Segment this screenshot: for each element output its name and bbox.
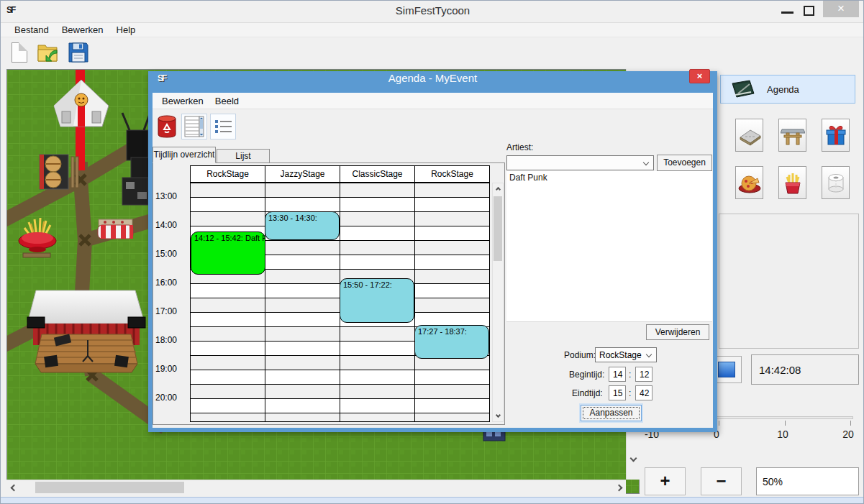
list-view-button[interactable]	[210, 114, 236, 139]
new-file-icon	[12, 42, 27, 63]
save-file-button[interactable]	[66, 40, 91, 65]
artist-combo-value	[507, 158, 510, 168]
dialog-menu-bewerken[interactable]: Bewerken	[156, 94, 209, 108]
hour-label: 18:00	[155, 335, 177, 345]
window-title: SimFestTycoon	[1, 4, 864, 17]
end-minute-field[interactable]: 42	[635, 385, 652, 400]
hour-label: 15:00	[155, 249, 177, 259]
schedule-grid[interactable]: 13:30 - 14:30:14:12 - 15:42: Daft Punk15…	[190, 183, 490, 422]
schedule-event[interactable]: 15:50 - 17:22:	[340, 278, 414, 322]
tab-list-overview[interactable]: Lijst overzicht	[217, 149, 270, 163]
save-file-icon	[68, 42, 89, 63]
hour-label: 13:00	[155, 191, 177, 201]
slider-label: 10	[768, 429, 797, 440]
artist-listbox[interactable]: Daft Punk	[506, 171, 712, 322]
hour-label: 19:00	[155, 364, 177, 374]
grid-scroll-up-button[interactable]	[493, 184, 503, 195]
slider-tick	[850, 421, 851, 426]
game-clock: 14:42:08	[751, 354, 859, 385]
apply-button[interactable]: Aanpassen	[581, 405, 642, 421]
map-scroll-left-button[interactable]	[8, 482, 19, 493]
build-fries-button[interactable]	[778, 166, 806, 199]
zoom-in-button[interactable]: +	[645, 467, 686, 495]
map-scroll-down-button[interactable]	[627, 452, 640, 464]
toilet-paper-icon	[824, 170, 848, 195]
hour-label: 20:00	[155, 393, 177, 403]
dialog-menu-beeld[interactable]: Beeld	[209, 94, 245, 108]
grid-scrollbar[interactable]	[492, 183, 504, 422]
titlebar: SF SimFestTycoon ×	[1, 1, 864, 22]
grid-scroll-down-button[interactable]	[493, 410, 503, 421]
dialog-title: Agenda - MyEvent	[153, 72, 713, 84]
schedule-event[interactable]: 14:12 - 15:42: Daft Punk	[191, 232, 265, 275]
window-bottom-edge	[1, 497, 864, 504]
time-gutter: 13:0014:0015:0016:0017:0018:0019:0020:00	[155, 183, 190, 422]
menu-help[interactable]: Help	[110, 23, 142, 37]
app-window: SF SimFestTycoon × BestandBewerkenHelp	[0, 0, 864, 504]
zoom-out-button[interactable]: −	[701, 467, 742, 495]
map-hscroll-thumb[interactable]	[35, 482, 184, 493]
slider-label: 20	[834, 429, 863, 440]
end-hour-field[interactable]: 15	[609, 385, 626, 400]
begin-minute-field[interactable]: 12	[635, 367, 652, 382]
close-button[interactable]: ×	[823, 1, 859, 17]
schedule-event[interactable]: 13:30 - 14:30:	[265, 211, 340, 240]
list-view-icon	[213, 117, 233, 136]
play-icon	[718, 362, 735, 377]
new-file-button[interactable]	[7, 40, 32, 65]
slider-tick	[719, 421, 719, 426]
podium-combobox[interactable]: RockStage	[595, 347, 657, 362]
stage-column-header: JazzyStage	[265, 166, 340, 182]
podium-combo-value: RockStage	[599, 350, 642, 360]
stage-column-header: ClassicStage	[340, 166, 414, 182]
timeline-view-button[interactable]	[181, 114, 207, 139]
open-file-button[interactable]	[36, 40, 60, 65]
map-horizontal-scrollbar[interactable]	[6, 480, 626, 494]
tab-timeline-overview[interactable]: Tijdlijn overzicht	[153, 147, 216, 163]
road-tile-icon	[737, 124, 762, 146]
artist-list-item[interactable]: Daft Punk	[506, 171, 712, 184]
menu-bestand[interactable]: Bestand	[8, 23, 55, 37]
slider-tick	[785, 421, 786, 426]
dialog-menu-bar: BewerkenBeeld	[153, 93, 713, 109]
dialog-titlebar[interactable]: SF Agenda - MyEvent ×	[153, 71, 713, 93]
timeline-view-icon	[184, 116, 204, 137]
artist-label: Artiest:	[506, 142, 533, 152]
hour-label: 14:00	[155, 220, 177, 230]
sidebar-item-agenda[interactable]: Agenda	[720, 75, 855, 104]
dialog-close-button[interactable]: ×	[689, 69, 710, 83]
menu-bewerken[interactable]: Bewerken	[55, 23, 110, 37]
sidebar-item-label: Agenda	[767, 84, 799, 95]
add-artist-button[interactable]: Toevoegen	[657, 155, 712, 171]
agenda-book-icon	[728, 79, 757, 99]
build-pizza-button[interactable]	[735, 166, 763, 199]
stage-column-header: RockStage	[414, 166, 489, 182]
chevron-down-icon	[646, 352, 652, 357]
remove-artist-button[interactable]: Verwijderen	[646, 324, 709, 340]
begin-time-label: Begintijd:	[569, 370, 604, 380]
maximize-button[interactable]	[804, 6, 814, 16]
minimize-button[interactable]	[781, 12, 793, 14]
fries-icon	[781, 170, 805, 195]
build-gift-button[interactable]	[822, 119, 850, 152]
grid-scroll-thumb[interactable]	[494, 196, 502, 261]
map-scroll-right-button[interactable]	[613, 482, 624, 493]
chevron-down-icon	[643, 160, 649, 165]
end-time-label: Eindtijd:	[572, 388, 603, 398]
build-road-button[interactable]	[735, 119, 763, 152]
delete-event-button[interactable]	[154, 114, 180, 139]
build-toilet-paper-button[interactable]	[822, 166, 850, 199]
zoom-level-field[interactable]: 50%	[756, 467, 859, 495]
begin-hour-field[interactable]: 14	[609, 367, 626, 382]
agenda-dialog: SF Agenda - MyEvent × BewerkenBeeld	[148, 71, 717, 432]
open-file-icon	[37, 42, 60, 63]
stage-header-row: RockStageJazzyStageClassicStageRockStage	[190, 165, 490, 183]
hour-label: 17:00	[155, 306, 177, 316]
artist-combobox[interactable]	[506, 155, 654, 170]
striped-stand	[98, 219, 133, 239]
time-colon: :	[629, 370, 631, 380]
info-groupbox	[719, 214, 859, 349]
build-stage-gate-button[interactable]	[778, 119, 806, 152]
schedule-event[interactable]: 17:27 - 18:37:	[414, 325, 489, 359]
hour-label: 16:00	[155, 278, 177, 288]
